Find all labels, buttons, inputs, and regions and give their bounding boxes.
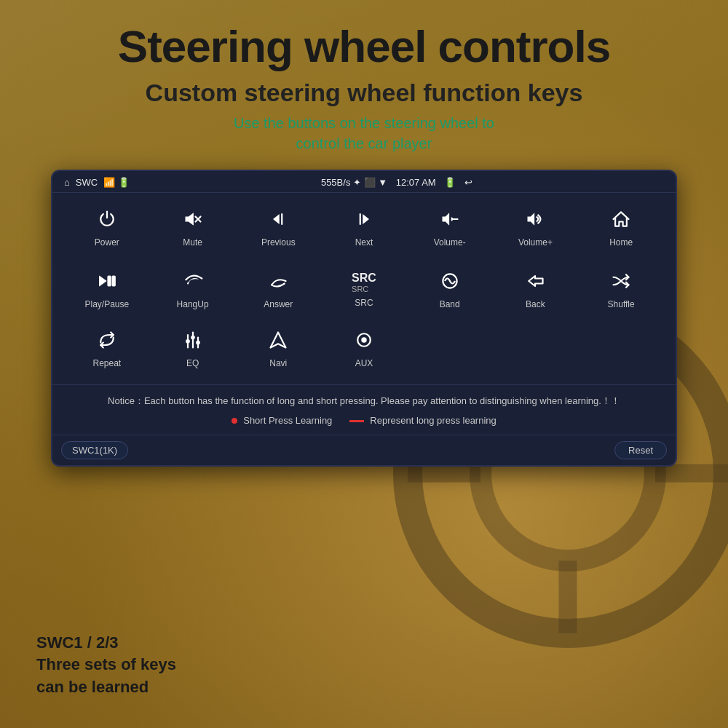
home-label: Home (609, 237, 633, 248)
answer-icon (268, 271, 288, 295)
legend-row: Short Press Learning Represent long pres… (67, 414, 661, 429)
src-icon: SRC SRC (352, 272, 376, 293)
shuffle-label: Shuffle (608, 299, 635, 309)
back-icon (525, 271, 545, 295)
back-button[interactable]: Back (493, 264, 579, 317)
page-title: Steering wheel controls (29, 22, 699, 71)
previous-icon (268, 209, 288, 233)
bottom-bar: SWC1(1K) Reset (52, 435, 676, 465)
short-press-legend: Short Press Learning (232, 414, 332, 429)
band-icon (440, 271, 460, 295)
swc-label-status: SWC (76, 177, 98, 188)
shuffle-button[interactable]: Shuffle (578, 264, 664, 317)
mute-icon (183, 209, 203, 233)
aux-label: AUX (355, 358, 373, 368)
footer-text: SWC1 / 2/3Three sets of keyscan be learn… (36, 632, 176, 699)
hangup-icon (183, 271, 203, 295)
time-display: 12:07 AM (396, 177, 436, 188)
band-button[interactable]: Band (407, 264, 493, 317)
eq-icon (183, 330, 203, 354)
repeat-icon (97, 330, 117, 354)
svg-point-25 (197, 341, 199, 344)
swc-badge[interactable]: SWC1(1K) (61, 441, 128, 459)
back-label: Back (526, 299, 545, 309)
svg-marker-9 (273, 214, 280, 224)
navi-button[interactable]: Navi (235, 323, 321, 376)
hangup-label: HangUp (177, 299, 209, 309)
description: Use the buttons on the steering wheel to… (29, 113, 699, 154)
band-label: Band (440, 299, 460, 309)
long-press-legend: Represent long press learning (349, 414, 496, 429)
long-press-dash (349, 420, 364, 422)
src-label: SRC (355, 298, 373, 308)
next-button[interactable]: Next (321, 202, 407, 255)
footer-content: SWC1 / 2/3Three sets of keyscan be learn… (36, 633, 176, 697)
svg-point-24 (191, 336, 194, 339)
playpause-label: Play/Pause (85, 299, 130, 309)
status-left: ⌂ SWC 📶 🔋 (64, 177, 130, 188)
volume-up-label: Volume+ (518, 237, 553, 248)
repeat-label: Repeat (93, 358, 122, 368)
notice-section: Notice：Each button has the function of l… (52, 384, 676, 435)
hangup-button[interactable]: HangUp (150, 264, 236, 317)
long-press-label: Represent long press learning (370, 414, 496, 429)
empty-4 (407, 323, 493, 376)
back-icon-status: ↩ (464, 177, 472, 188)
navi-label: Navi (269, 358, 287, 368)
mute-label: Mute (183, 237, 202, 248)
shuffle-icon (611, 271, 631, 295)
src-button[interactable]: SRC SRC SRC (321, 264, 407, 317)
svg-marker-6 (185, 213, 193, 226)
reset-button[interactable]: Reset (614, 441, 667, 459)
svg-marker-26 (271, 333, 286, 348)
volume-up-button[interactable]: Volume+ (493, 202, 579, 255)
svg-marker-16 (99, 276, 106, 286)
volume-up-icon (525, 209, 545, 233)
status-bar: ⌂ SWC 📶 🔋 555B/s ✦ ⬛ ▼ 12:07 AM 🔋 ↩ (52, 171, 676, 193)
aux-button[interactable]: AUX (321, 323, 407, 376)
battery-icon: 🔋 (444, 177, 456, 188)
svg-marker-15 (528, 213, 535, 226)
power-label: Power (95, 237, 119, 248)
navi-icon (268, 330, 288, 354)
controls-row3: Repeat EQ (52, 323, 676, 384)
aux-icon (354, 330, 374, 354)
power-icon (97, 209, 117, 233)
answer-button[interactable]: Answer (235, 264, 321, 317)
home-button[interactable]: Home (578, 202, 664, 255)
home-icon (611, 209, 631, 233)
empty-5 (493, 323, 579, 376)
controls-row1: Power Mute (52, 193, 676, 264)
repeat-button[interactable]: Repeat (64, 323, 150, 376)
notice-text: Notice：Each button has the function of l… (67, 394, 661, 409)
signal-icons: 📶 🔋 (103, 177, 130, 188)
status-center: 555B/s ✦ ⬛ ▼ 12:07 AM 🔋 ↩ (321, 177, 472, 188)
svg-marker-13 (442, 213, 449, 226)
answer-label: Answer (264, 299, 293, 309)
short-press-label: Short Press Learning (243, 414, 332, 429)
subtitle: Custom steering wheel function keys (29, 79, 699, 107)
status-info: 555B/s ✦ ⬛ ▼ (321, 177, 387, 188)
previous-label: Previous (261, 237, 296, 248)
eq-label: EQ (186, 358, 199, 368)
svg-point-28 (362, 339, 365, 342)
next-icon (354, 209, 374, 233)
volume-down-button[interactable]: Volume- (407, 202, 493, 255)
playpause-icon (97, 271, 117, 295)
short-press-dot (232, 418, 237, 424)
power-button[interactable]: Power (64, 202, 150, 255)
svg-rect-17 (108, 276, 111, 286)
mute-button[interactable]: Mute (150, 202, 236, 255)
playpause-button[interactable]: Play/Pause (64, 264, 150, 317)
next-label: Next (355, 237, 373, 248)
home-icon-status: ⌂ (64, 177, 70, 188)
svg-marker-11 (363, 214, 369, 224)
device-screen: ⌂ SWC 📶 🔋 555B/s ✦ ⬛ ▼ 12:07 AM 🔋 ↩ (51, 170, 677, 467)
controls-row2: Play/Pause HangUp (52, 264, 676, 323)
svg-rect-18 (112, 276, 115, 286)
empty-6 (578, 323, 664, 376)
volume-down-label: Volume- (434, 237, 466, 248)
svg-point-23 (186, 340, 189, 343)
eq-button[interactable]: EQ (150, 323, 236, 376)
previous-button[interactable]: Previous (235, 202, 321, 255)
